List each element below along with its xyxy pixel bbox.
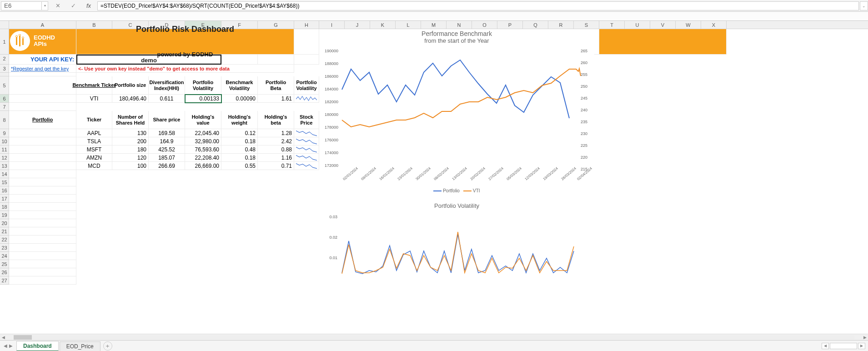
cell[interactable]: [9, 186, 76, 195]
row-header[interactable]: 27: [0, 276, 9, 285]
holding-weight[interactable]: 0.55: [221, 162, 258, 170]
holding-beta[interactable]: 2.42: [258, 137, 294, 145]
row-header[interactable]: 19: [0, 211, 9, 219]
holding-weight[interactable]: 0.18: [221, 154, 258, 162]
row-header[interactable]: 25: [0, 260, 9, 268]
col-header[interactable]: S: [574, 21, 599, 29]
cell[interactable]: [294, 55, 319, 65]
cell[interactable]: [9, 76, 76, 95]
tab-nav[interactable]: ◀▶: [0, 343, 16, 348]
cell[interactable]: [9, 252, 76, 260]
cell[interactable]: [9, 227, 76, 236]
holding-price[interactable]: 164.9: [149, 137, 185, 145]
row-header[interactable]: 16: [0, 186, 9, 195]
cell[interactable]: [9, 178, 76, 186]
row-header[interactable]: [0, 73, 9, 76]
col-header[interactable]: K: [370, 21, 396, 29]
holding-value[interactable]: 22,208.40: [185, 154, 221, 162]
col-header[interactable]: I: [319, 21, 345, 29]
row-header[interactable]: 2: [0, 55, 9, 65]
cell[interactable]: [599, 29, 727, 55]
holding-beta[interactable]: 0.71: [258, 162, 294, 170]
cell[interactable]: [9, 236, 76, 244]
row-header[interactable]: 12: [0, 154, 9, 162]
register-link[interactable]: *Regester and get the key: [9, 65, 76, 73]
row-header[interactable]: 18: [0, 203, 9, 211]
horizontal-scrollbar[interactable]: ◀ ▶: [0, 334, 868, 340]
col-header[interactable]: J: [345, 21, 370, 29]
holding-weight[interactable]: 0.12: [221, 129, 258, 137]
bench-pvol[interactable]: 0.00133: [185, 95, 221, 103]
holding-beta[interactable]: 1.28: [258, 129, 294, 137]
col-header[interactable]: H: [294, 21, 319, 29]
expand-formula-bar-icon[interactable]: ⌄: [860, 1, 868, 10]
row-header[interactable]: 5: [0, 76, 9, 95]
row-header[interactable]: 22: [0, 236, 9, 244]
holding-beta[interactable]: 1.16: [258, 154, 294, 162]
holding-price[interactable]: 425.52: [149, 145, 185, 154]
col-header[interactable]: P: [497, 21, 523, 29]
tab-eod-price[interactable]: EOD_Price: [60, 341, 100, 351]
cell[interactable]: [9, 73, 76, 76]
tab-dashboard[interactable]: Dashboard: [16, 341, 59, 351]
cell[interactable]: [221, 55, 258, 65]
cell[interactable]: [9, 276, 76, 285]
holding-value[interactable]: 32,980.00: [185, 137, 221, 145]
row-header[interactable]: 7: [0, 103, 9, 111]
cell[interactable]: [9, 211, 76, 219]
bench-hhi[interactable]: 0.611: [149, 95, 185, 103]
holding-price[interactable]: 185.07: [149, 154, 185, 162]
tab-scroll-right-icon[interactable]: ▶: [858, 343, 865, 349]
scroll-right-icon[interactable]: ▶: [862, 335, 868, 340]
accept-formula-icon[interactable]: ✓: [67, 1, 79, 10]
holding-ticker[interactable]: TSLA: [76, 137, 112, 145]
cell[interactable]: [9, 195, 76, 203]
row-header[interactable]: 13: [0, 162, 9, 170]
cell[interactable]: [9, 268, 76, 276]
holding-shares[interactable]: 130: [112, 129, 149, 137]
row-header[interactable]: 26: [0, 268, 9, 276]
col-header[interactable]: R: [548, 21, 574, 29]
cell[interactable]: [9, 103, 76, 111]
cell[interactable]: [9, 137, 76, 145]
cell[interactable]: [9, 203, 76, 211]
col-header[interactable]: N: [447, 21, 472, 29]
col-header[interactable]: A: [9, 21, 76, 29]
row-header[interactable]: 10: [0, 137, 9, 145]
performance-chart[interactable]: Performance Benchmark from the start of …: [319, 30, 594, 198]
bench-beta[interactable]: 1.61: [258, 95, 294, 103]
add-sheet-button[interactable]: ＋: [103, 341, 112, 351]
row-header[interactable]: 6: [0, 95, 9, 103]
holding-shares[interactable]: 100: [112, 162, 149, 170]
formula-input[interactable]: [97, 1, 859, 10]
holding-value[interactable]: 26,669.00: [185, 162, 221, 170]
cancel-formula-icon[interactable]: ✕: [52, 1, 64, 10]
row-header[interactable]: 11: [0, 145, 9, 154]
cell[interactable]: [9, 162, 76, 170]
cell[interactable]: [9, 154, 76, 162]
row-header[interactable]: 8: [0, 111, 9, 129]
holding-ticker[interactable]: MCD: [76, 162, 112, 170]
row-header[interactable]: 14: [0, 170, 9, 178]
bench-size[interactable]: 180,496.40: [112, 95, 149, 103]
holding-weight[interactable]: 0.48: [221, 145, 258, 154]
bench-bvol[interactable]: 0.00090: [221, 95, 258, 103]
holding-value[interactable]: 76,593.60: [185, 145, 221, 154]
cell[interactable]: [258, 55, 294, 65]
row-header[interactable]: 15: [0, 178, 9, 186]
cell[interactable]: [9, 129, 76, 137]
col-header[interactable]: M: [421, 21, 447, 29]
row-header[interactable]: 23: [0, 244, 9, 252]
col-header[interactable]: L: [396, 21, 421, 29]
row-header[interactable]: 24: [0, 252, 9, 260]
holding-beta[interactable]: 0.88: [258, 145, 294, 154]
row-header[interactable]: 21: [0, 227, 9, 236]
col-header[interactable]: Q: [523, 21, 548, 29]
api-key-input[interactable]: demo: [76, 55, 221, 65]
cell[interactable]: [9, 145, 76, 154]
col-header[interactable]: O: [472, 21, 497, 29]
row-header[interactable]: 20: [0, 219, 9, 227]
cell[interactable]: [9, 260, 76, 268]
row-header[interactable]: 17: [0, 195, 9, 203]
cell[interactable]: [9, 219, 76, 227]
